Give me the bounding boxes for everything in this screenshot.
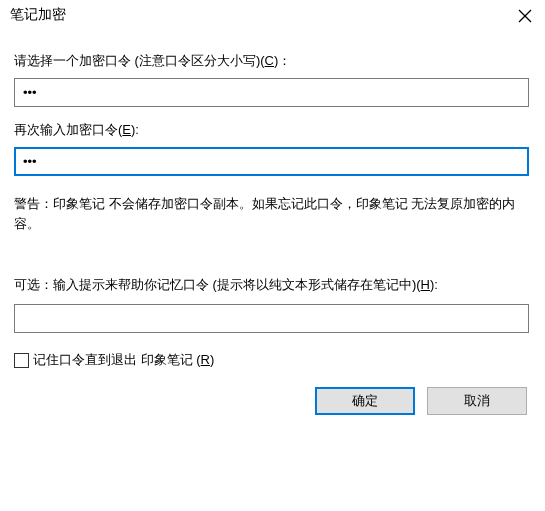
password-label: 请选择一个加密口令 (注意口令区分大小写)(C)： — [14, 52, 529, 70]
remember-checkbox[interactable] — [14, 353, 29, 368]
cancel-button[interactable]: 取消 — [427, 387, 527, 415]
close-icon — [518, 9, 532, 23]
dialog-title: 笔记加密 — [10, 6, 66, 24]
confirm-password-input[interactable] — [14, 147, 529, 176]
confirm-label: 再次输入加密口令(E): — [14, 121, 529, 139]
close-button[interactable] — [515, 6, 535, 26]
hint-input[interactable] — [14, 304, 529, 333]
ok-button[interactable]: 确定 — [315, 387, 415, 415]
remember-label: 记住口令直到退出 印象笔记 (R) — [33, 351, 214, 369]
title-bar: 笔记加密 — [0, 0, 545, 36]
password-input[interactable] — [14, 78, 529, 107]
hint-label: 可选：输入提示来帮助你记忆口令 (提示将以纯文本形式储存在笔记中)(H): — [14, 274, 529, 296]
warning-text: 警告：印象笔记 不会储存加密口令副本。如果忘记此口令，印象笔记 无法复原加密的内… — [14, 194, 529, 234]
